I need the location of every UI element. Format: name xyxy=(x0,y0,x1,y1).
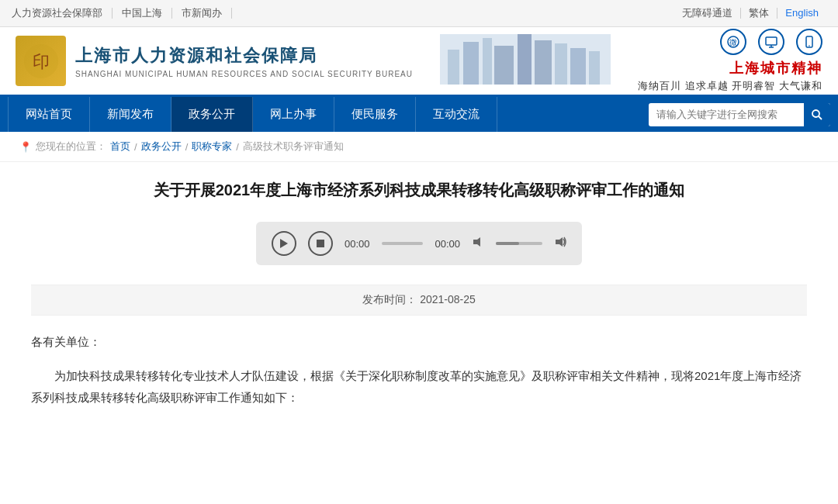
top-bar: 人力资源社会保障部 中国上海 市新闻办 无障碍通道 繁体 English xyxy=(0,0,838,27)
svg-rect-4 xyxy=(463,42,479,85)
link-shanghai[interactable]: 中国上海 xyxy=(113,8,172,19)
svg-marker-21 xyxy=(280,239,288,248)
article-greeting: 各有关单位： xyxy=(31,331,807,354)
top-bar-links: 人力资源社会保障部 中国上海 市新闻办 xyxy=(12,8,232,19)
main-content: 关于开展2021年度上海市经济系列科技成果转移转化高级职称评审工作的通知 00:… xyxy=(0,162,838,437)
svg-marker-23 xyxy=(473,237,480,247)
link-ministry[interactable]: 人力资源社会保障部 xyxy=(12,8,113,19)
logo-area: 印 上海市人力资源和社会保障局 SHANGHAI MUNICIPAL HUMAN… xyxy=(16,36,413,86)
stop-button[interactable] xyxy=(308,231,333,256)
link-news[interactable]: 市新闻办 xyxy=(172,8,232,19)
nav-online[interactable]: 网上办事 xyxy=(253,97,334,132)
search-input[interactable] xyxy=(649,109,804,120)
monitor-icon[interactable] xyxy=(758,29,784,55)
svg-rect-22 xyxy=(317,240,324,247)
social-icons: 微 xyxy=(720,29,822,55)
breadcrumb-sep-3: / xyxy=(236,141,239,153)
nav-news[interactable]: 新闻发布 xyxy=(90,97,171,132)
svg-point-18 xyxy=(809,45,810,47)
svg-rect-7 xyxy=(518,34,532,85)
breadcrumb-gov[interactable]: 政务公开 xyxy=(141,140,182,154)
svg-rect-6 xyxy=(494,46,514,85)
volume-high-icon xyxy=(554,236,566,251)
publish-date-value: 2021-08-25 xyxy=(420,293,476,306)
city-spirit-title: 上海城市精神 xyxy=(638,59,822,78)
header-right-area: 微 上海城市精神 海纳百川 追求卓越 开明睿智 大气谦和 xyxy=(638,29,822,93)
main-nav: 网站首页 新闻发布 政务公开 网上办事 便民服务 互动交流 xyxy=(0,97,838,132)
breadcrumb-current: 高级技术职务评审通知 xyxy=(243,140,344,154)
svg-text:印: 印 xyxy=(33,52,50,71)
nav-gov[interactable]: 政务公开 xyxy=(171,97,253,132)
svg-rect-14 xyxy=(766,37,777,45)
time-current: 00:00 xyxy=(345,238,370,250)
svg-marker-24 xyxy=(556,237,563,247)
accessibility-link[interactable]: 无障碍通道 xyxy=(674,8,741,19)
site-header: 印 上海市人力资源和社会保障局 SHANGHAI MUNICIPAL HUMAN… xyxy=(0,27,838,97)
site-title-en: SHANGHAI MUNICIPAL HUMAN RESOURCES AND S… xyxy=(75,70,413,78)
svg-line-20 xyxy=(819,116,822,119)
header-building-image xyxy=(424,34,626,88)
svg-rect-10 xyxy=(570,48,586,85)
audio-player: 00:00 00:00 xyxy=(256,222,582,265)
svg-rect-3 xyxy=(448,50,459,85)
city-spirit-sub: 海纳百川 追求卓越 开明睿智 大气谦和 xyxy=(638,79,822,93)
time-total: 00:00 xyxy=(435,238,460,250)
publish-date-bar: 发布时间： 2021-08-25 xyxy=(31,285,807,316)
logo-text-block: 上海市人力资源和社会保障局 SHANGHAI MUNICIPAL HUMAN R… xyxy=(75,44,413,78)
site-title-cn: 上海市人力资源和社会保障局 xyxy=(75,44,413,67)
location-pin-icon: 📍 xyxy=(19,141,32,153)
svg-rect-5 xyxy=(483,38,492,85)
traditional-link[interactable]: 繁体 xyxy=(741,8,777,19)
volume-low-icon xyxy=(472,236,484,251)
breadcrumb: 📍 您现在的位置： 首页 / 政务公开 / 职称专家 / 高级技术职务评审通知 xyxy=(0,132,838,162)
progress-bar[interactable] xyxy=(382,242,424,245)
volume-bar[interactable] xyxy=(496,242,542,245)
article-body: 各有关单位： 为加快科技成果转移转化专业技术人才队伍建设，根据《关于深化职称制度… xyxy=(31,331,807,409)
logo-emblem: 印 xyxy=(16,36,66,86)
nav-exchange[interactable]: 互动交流 xyxy=(416,97,497,132)
nav-home[interactable]: 网站首页 xyxy=(8,97,90,132)
nav-items-list: 网站首页 新闻发布 政务公开 网上办事 便民服务 互动交流 xyxy=(8,97,633,132)
breadcrumb-title[interactable]: 职称专家 xyxy=(192,140,232,154)
svg-rect-11 xyxy=(589,51,600,85)
city-spirit-block: 上海城市精神 海纳百川 追求卓越 开明睿智 大气谦和 xyxy=(638,59,822,93)
search-button[interactable] xyxy=(804,103,830,126)
svg-rect-8 xyxy=(535,40,552,85)
breadcrumb-sep-2: / xyxy=(185,141,189,153)
mobile-icon[interactable] xyxy=(796,29,822,55)
search-box xyxy=(649,103,830,126)
article-para-1: 为加快科技成果转移转化专业技术人才队伍建设，根据《关于深化职称制度改革的实施意见… xyxy=(31,365,807,409)
nav-service[interactable]: 便民服务 xyxy=(334,97,416,132)
english-link[interactable]: English xyxy=(777,8,826,19)
breadcrumb-label: 您现在的位置： xyxy=(36,140,106,154)
play-button[interactable] xyxy=(272,231,296,256)
svg-text:微: 微 xyxy=(729,38,737,47)
article-title: 关于开展2021年度上海市经济系列科技成果转移转化高级职称评审工作的通知 xyxy=(31,178,807,202)
breadcrumb-sep-1: / xyxy=(134,141,137,153)
publish-label: 发布时间： xyxy=(362,293,417,306)
top-bar-right: 无障碍通道 繁体 English xyxy=(674,8,826,19)
svg-rect-9 xyxy=(555,43,567,85)
svg-point-19 xyxy=(812,110,819,117)
breadcrumb-home[interactable]: 首页 xyxy=(110,140,130,154)
weibo-icon[interactable]: 微 xyxy=(720,29,746,55)
